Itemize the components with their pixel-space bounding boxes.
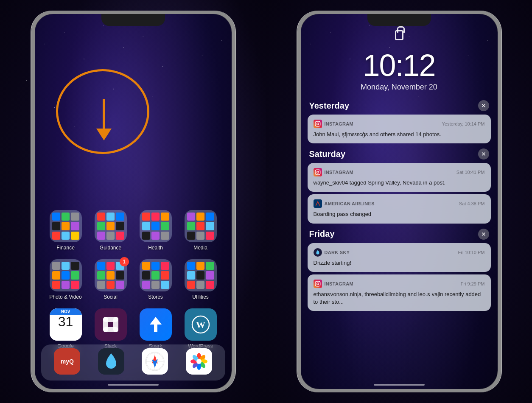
lock-screen-time: 10:12 [301,48,498,83]
mini-app [196,281,204,289]
folder-media-icon[interactable] [185,210,217,242]
mini-app [71,262,79,270]
notif-section-yesterday-title: Yesterday [309,101,350,111]
mini-app [161,271,169,279]
svg-point-24 [319,122,319,123]
mini-app [52,222,60,230]
mini-app [106,281,115,289]
notif-dismiss-friday[interactable]: ✕ [478,229,489,240]
folder-social[interactable]: 1 Social [92,259,130,300]
folder-stores-label: Stores [148,294,163,300]
folder-utilities-icon[interactable] [185,259,217,291]
notification-badge: 1 [120,257,129,266]
folder-finance-icon[interactable] [50,210,82,242]
spark-icon[interactable] [140,308,172,341]
raindrop-logo-svg [104,353,119,370]
folder-media-label: Media [193,245,207,251]
notif-body-aa: Boarding pass changed [314,210,485,218]
dock-app-myq[interactable]: myQ [52,348,82,377]
right-notch [367,14,431,26]
notif-time-insta-1: Yesterday, 10:14 PM [442,121,485,126]
myq-icon[interactable]: myQ [54,348,80,375]
app-row-1: Finance [43,210,223,251]
mini-app [142,232,150,240]
mini-app [97,281,105,289]
folder-social-icon[interactable]: 1 [95,259,127,291]
notif-app-name-insta-2: INSTAGRAM [325,170,354,175]
folder-finance[interactable]: Finance [47,210,85,251]
dock-app-safari[interactable] [140,348,170,377]
notif-card-insta-2[interactable]: INSTAGRAM Sat 10:41 PM wayne_skiv04 tagg… [308,163,491,192]
notif-card-darksky[interactable]: DARK SKY Fri 10:10 PM Drizzle starting! [308,243,491,272]
notif-card-insta-1[interactable]: INSTAGRAM Yesterday, 10:14 PM John Maul,… [308,115,491,143]
folder-stores[interactable]: Stores [137,259,175,300]
mini-app [196,222,204,230]
mini-app [71,222,79,230]
svg-rect-29 [315,281,320,286]
lock-screen-date: Monday, November 20 [301,83,498,92]
notif-app-info-aa: AMERICAN AIRLINES [314,199,375,208]
folder-utilities[interactable]: Utilities [182,259,220,300]
folder-photo-video[interactable]: Photo & Video [47,259,85,300]
folder-health-icon[interactable] [140,210,172,242]
svg-marker-4 [150,317,162,332]
notif-section-friday: Friday ✕ [308,229,491,311]
right-volume-up-button[interactable] [297,65,298,82]
instagram-logo-svg-2 [315,169,321,175]
svg-point-23 [316,123,319,125]
slack-icon[interactable] [95,308,127,341]
mini-app [187,222,195,230]
volume-down-button[interactable] [31,86,32,103]
google-calendar-icon[interactable]: NOV 31 [50,308,82,341]
notif-time-insta-3: Fri 9:29 PM [461,281,485,286]
right-phone-screen: 10:12 Monday, November 20 Yesterday ✕ [301,14,498,389]
dock-app-photos[interactable] [184,348,214,377]
mini-app [116,232,124,240]
notif-time-aa: Sat 4:38 PM [459,201,485,206]
notifications-area: Yesterday ✕ [301,100,498,389]
notif-card-insta-3[interactable]: INSTAGRAM Fri 9:29 PM ethansv̄onson.ninj… [308,274,491,311]
photos-icon[interactable] [186,348,212,375]
wordpress-icon[interactable]: W [185,308,217,341]
mini-app [196,271,204,279]
folder-social-label: Social [104,294,118,300]
right-power-button[interactable] [500,73,501,103]
svg-point-21 [196,359,202,364]
mini-app [97,232,105,240]
right-phone-container: 10:12 Monday, November 20 Yesterday ✕ [266,0,532,403]
notif-app-name-insta-1: INSTAGRAM [325,121,354,126]
svg-point-30 [316,283,319,285]
safari-icon[interactable] [142,348,168,375]
volume-up-button[interactable] [31,65,32,82]
notif-section-friday-header: Friday ✕ [308,229,491,240]
folder-guidance-icon[interactable] [95,210,127,242]
folder-guidance[interactable]: Guidance [92,210,130,251]
raindrop-icon[interactable] [98,348,124,375]
notif-card-darksky-header: DARK SKY Fri 10:10 PM [314,248,485,257]
dock-app-raindrop[interactable] [96,348,126,377]
right-volume-down-button[interactable] [297,86,298,103]
mini-app [161,213,169,221]
mini-app [196,213,204,221]
notif-dismiss-saturday[interactable]: ✕ [478,148,489,160]
myq-text: myQ [61,358,74,365]
mini-app [97,262,105,270]
lock-icon [393,29,406,42]
notif-dismiss-yesterday[interactable]: ✕ [478,100,489,111]
app-grid: Finance [35,210,232,364]
american-airlines-icon [314,199,322,208]
power-button[interactable] [234,73,235,103]
mini-app [142,222,150,230]
folder-photo-video-icon[interactable] [50,259,82,291]
mini-app [116,213,124,221]
folder-stores-icon[interactable] [140,259,172,291]
mini-app [97,271,105,279]
instagram-logo-svg-3 [315,281,321,287]
folder-photo-video-label: Photo & Video [49,294,82,300]
mini-app [71,271,79,279]
notif-card-aa[interactable]: AMERICAN AIRLINES Sat 4:38 PM Boarding p… [308,194,491,223]
folder-health[interactable]: Health [137,210,175,251]
mini-app [116,222,124,230]
folder-media[interactable]: Media [182,210,220,251]
mini-app [206,232,214,240]
